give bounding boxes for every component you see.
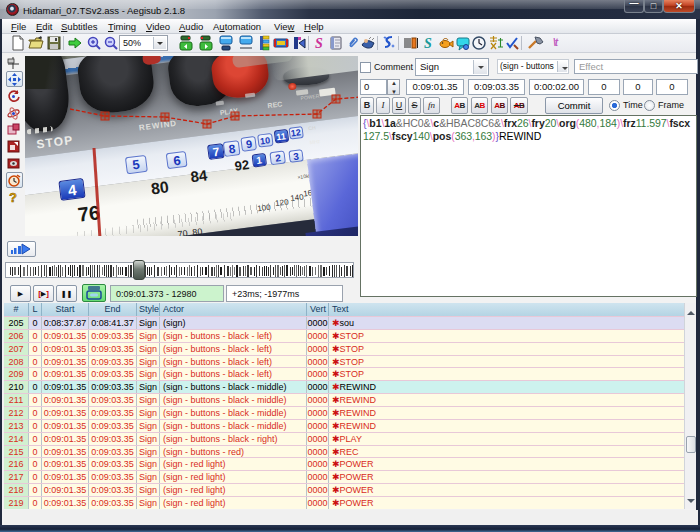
svg-text:S: S <box>424 36 432 51</box>
svg-text:?: ? <box>9 190 17 204</box>
svg-text:S: S <box>315 36 323 51</box>
